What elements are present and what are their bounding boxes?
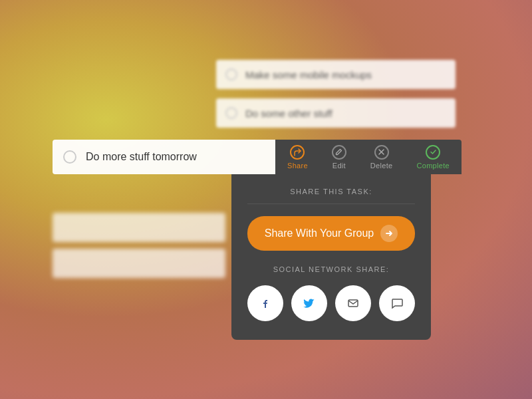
twitter-share-button[interactable]	[291, 285, 327, 321]
task-checkbox[interactable]	[63, 150, 76, 164]
delete-icon	[374, 145, 389, 160]
blurred-card-2-text: Do some other stuff	[245, 108, 332, 119]
share-group-button[interactable]: Share With Your Group	[247, 216, 415, 251]
complete-label: Complete	[416, 162, 449, 170]
complete-icon	[426, 145, 440, 160]
blurred-row-lower-2	[53, 249, 225, 278]
blurred-card-1-text: Make some mobile mockups	[245, 69, 372, 80]
facebook-share-button[interactable]	[247, 285, 283, 321]
blurred-card-2: Do some other stuff	[216, 98, 456, 128]
svg-rect-2	[348, 300, 358, 307]
blurred-row-lower-1	[53, 213, 225, 242]
blurred-card-1-checkbox	[225, 68, 237, 80]
social-section-label: SOCIAL NETWORK SHARE:	[247, 265, 415, 273]
share-icon	[290, 145, 305, 160]
share-panel: SHARE THIS TASK: Share With Your Group S…	[231, 174, 431, 340]
blurred-card-2-checkbox	[225, 107, 237, 119]
share-task-label: SHARE THIS TASK:	[247, 188, 415, 196]
blurred-card-1: Make some mobile mockups	[216, 60, 456, 89]
social-icons-container	[247, 285, 415, 321]
delete-label: Delete	[370, 162, 393, 170]
active-task-row: Do more stuff tomorrow Share Edit	[53, 140, 462, 174]
action-bar: Share Edit Delete	[275, 140, 462, 174]
edit-button[interactable]: Edit	[320, 140, 358, 174]
share-group-button-label: Share With Your Group	[265, 227, 374, 239]
delete-button[interactable]: Delete	[358, 140, 405, 174]
message-share-button[interactable]	[379, 285, 415, 321]
share-group-arrow-icon	[380, 225, 398, 242]
task-label: Do more stuff tomorrow	[86, 151, 197, 163]
edit-label: Edit	[332, 162, 346, 170]
email-share-button[interactable]	[335, 285, 371, 321]
share-label: Share	[287, 162, 308, 170]
task-item[interactable]: Do more stuff tomorrow	[53, 140, 275, 174]
complete-button[interactable]: Complete	[404, 140, 461, 174]
edit-icon	[332, 145, 346, 160]
share-divider	[247, 203, 415, 204]
share-button[interactable]: Share	[275, 140, 320, 174]
